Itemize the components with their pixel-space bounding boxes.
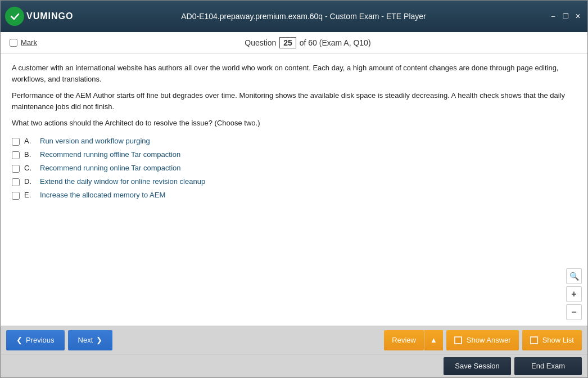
previous-label: Previous [26, 336, 55, 344]
review-chevron-up-icon [430, 336, 437, 344]
option-e-checkbox[interactable] [12, 192, 20, 200]
restore-button[interactable]: ❐ [560, 11, 571, 21]
question-instruction: What two actions should the Architect do… [12, 118, 576, 129]
next-chevron-icon [96, 336, 102, 344]
logo: VUMINGO [5, 5, 50, 28]
show-list-button[interactable]: Show List [522, 330, 582, 350]
option-a-text: Run version and workflow purging [40, 137, 150, 145]
question-label: Question [245, 38, 276, 47]
mark-checkbox[interactable] [10, 39, 17, 47]
content-area: A customer with an international website… [1, 53, 587, 326]
minimize-button[interactable]: – [548, 11, 558, 21]
option-e-letter: E. [24, 191, 35, 199]
option-a-checkbox[interactable] [12, 138, 20, 146]
question-number: 25 [279, 37, 296, 48]
show-list-label: Show List [542, 336, 574, 344]
window-controls: – ❐ ✕ [548, 11, 583, 21]
option-a-letter: A. [24, 137, 35, 145]
show-answer-label: Show Answer [467, 336, 511, 344]
option-d-checkbox[interactable] [12, 178, 20, 186]
show-answer-checkbox-icon [454, 336, 462, 344]
title-bar: VUMINGO AD0-E104.prepaway.premium.exam.6… [1, 1, 587, 32]
question-paragraph1: A customer with an international website… [12, 62, 576, 84]
zoom-controls: 🔍 + − [566, 268, 582, 320]
option-d-letter: D. [24, 177, 35, 186]
next-button[interactable]: Next [68, 330, 113, 350]
review-button[interactable]: Review [384, 330, 424, 350]
logo-icon [5, 7, 24, 26]
previous-button[interactable]: Previous [6, 330, 65, 350]
search-icon: 🔍 [569, 272, 579, 281]
end-exam-button[interactable]: End Exam [514, 357, 582, 375]
review-dropdown-button[interactable] [424, 330, 443, 350]
option-b-letter: B. [24, 150, 35, 159]
close-button[interactable]: ✕ [573, 11, 583, 21]
show-list-checkbox-icon [530, 336, 538, 344]
save-session-button[interactable]: Save Session [444, 357, 511, 375]
option-c-row: C. Recommend running online Tar compacti… [12, 164, 576, 173]
option-b-checkbox[interactable] [12, 151, 20, 159]
zoom-in-icon: + [571, 289, 576, 299]
save-session-label: Save Session [455, 362, 500, 370]
question-of-text: of 60 (Exam A, Q10) [300, 38, 371, 47]
app-window: VUMINGO AD0-E104.prepaway.premium.exam.6… [0, 0, 588, 378]
zoom-out-button[interactable]: − [566, 304, 582, 320]
answer-options: A. Run version and workflow purging B. R… [12, 137, 576, 200]
end-exam-label: End Exam [531, 362, 565, 370]
show-answer-button[interactable]: Show Answer [446, 330, 519, 350]
question-toolbar: Mark Question 25 of 60 (Exam A, Q10) [1, 32, 587, 53]
option-a-row: A. Run version and workflow purging [12, 137, 576, 146]
next-label: Next [78, 336, 93, 344]
option-d-text: Extend the daily window for online revis… [40, 177, 205, 186]
option-b-row: B. Recommend running offline Tar compact… [12, 150, 576, 159]
question-paragraph2: Performance of the AEM Author starts off… [12, 90, 576, 112]
bottom-actions: Save Session End Exam [1, 354, 587, 377]
zoom-out-icon: − [571, 307, 576, 317]
option-b-text: Recommend running offline Tar compaction [40, 150, 180, 159]
mark-section: Mark [10, 38, 37, 47]
review-group: Review [384, 330, 443, 350]
option-e-row: E. Increase the allocated memory to AEM [12, 191, 576, 200]
question-info: Question 25 of 60 (Exam A, Q10) [37, 37, 578, 48]
option-c-text: Recommend running online Tar compaction [40, 164, 181, 172]
window-title: AD0-E104.prepaway.premium.exam.60q - Cus… [59, 12, 548, 21]
option-c-letter: C. [24, 164, 35, 172]
prev-chevron-icon [16, 336, 22, 344]
bottom-nav: Previous Next Review Show Answer Show Li… [1, 326, 587, 354]
zoom-in-button[interactable]: + [566, 286, 582, 302]
review-label: Review [392, 336, 416, 344]
mark-label: Mark [21, 38, 37, 47]
option-c-checkbox[interactable] [12, 165, 20, 173]
option-e-text: Increase the allocated memory to AEM [40, 191, 165, 199]
search-button[interactable]: 🔍 [566, 268, 582, 284]
option-d-row: D. Extend the daily window for online re… [12, 177, 576, 186]
